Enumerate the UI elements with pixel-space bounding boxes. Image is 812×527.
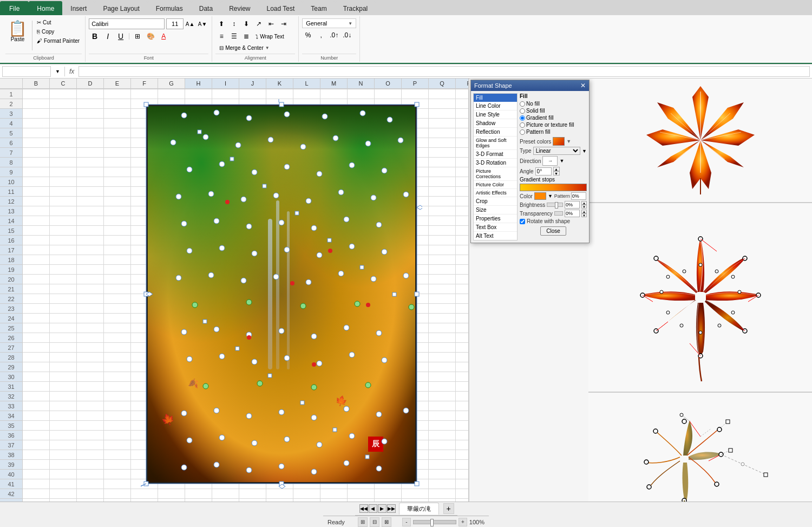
zoom-out-button[interactable]: -	[402, 518, 411, 526]
angle-down[interactable]: ▼	[553, 171, 560, 175]
row-43[interactable]: 43	[0, 499, 22, 502]
nav-last-button[interactable]: ▶▶	[387, 504, 396, 513]
row-2[interactable]: 2	[0, 99, 22, 109]
solid-fill-radio[interactable]: Solid fill	[520, 108, 587, 114]
artwork-container[interactable]: 辰 🍁 🍁 🍂	[141, 99, 422, 489]
angle-text-button[interactable]: ↗	[253, 18, 265, 29]
preset-color-picker[interactable]	[553, 137, 565, 146]
tab-review[interactable]: Review	[221, 1, 258, 15]
line-color-nav-item[interactable]: Line Color	[474, 102, 517, 110]
row-15[interactable]: 15	[0, 226, 22, 236]
tab-page-layout[interactable]: Page Layout	[95, 1, 147, 15]
alttext-nav-item[interactable]: Alt Text	[474, 232, 517, 240]
picture-color-nav-item[interactable]: Picture Color	[474, 181, 517, 189]
font-color-button[interactable]: A	[158, 31, 169, 42]
merge-center-button[interactable]: ⊟ Merge & Center ▼	[215, 43, 273, 53]
nav-next-button[interactable]: ▶	[378, 504, 387, 513]
row-29[interactable]: 29	[0, 362, 22, 372]
artwork-image[interactable]: 辰 🍁 🍁 🍂	[146, 105, 417, 484]
font-size-up-button[interactable]: A▲	[184, 18, 196, 29]
zoom-in-button[interactable]: +	[459, 518, 467, 526]
gradient-bar[interactable]	[520, 184, 587, 191]
dialog-close-button[interactable]: ✕	[580, 82, 586, 89]
align-center-button[interactable]: ☰	[228, 31, 240, 42]
row-36[interactable]: 36	[0, 431, 22, 440]
brightness-slider[interactable]	[547, 203, 563, 207]
line-style-nav-item[interactable]: Line Style	[474, 110, 517, 119]
row-20[interactable]: 20	[0, 275, 22, 284]
row-21[interactable]: 21	[0, 284, 22, 294]
brightness-down[interactable]: ▼	[581, 205, 587, 209]
col-header-H[interactable]: H	[185, 79, 212, 89]
row-11[interactable]: 11	[0, 187, 22, 197]
tab-team[interactable]: Team	[303, 1, 335, 15]
row-35[interactable]: 35	[0, 421, 22, 431]
bold-button[interactable]: B	[89, 31, 101, 42]
row-23[interactable]: 23	[0, 304, 22, 314]
align-right-button[interactable]: ≣	[240, 31, 252, 42]
shadow-nav-item[interactable]: Shadow	[474, 119, 517, 128]
textbox-nav-item[interactable]: Text Box	[474, 223, 517, 232]
tab-insert[interactable]: Insert	[62, 1, 95, 15]
col-header-N[interactable]: N	[348, 79, 375, 89]
brightness-up[interactable]: ▲	[581, 201, 587, 205]
cut-button[interactable]: ✂ Cut	[35, 18, 82, 27]
row-31[interactable]: 31	[0, 382, 22, 392]
preset-arrow[interactable]: ▼	[566, 139, 571, 144]
font-name-input[interactable]: Calibri	[89, 18, 165, 29]
row-42[interactable]: 42	[0, 489, 22, 499]
row-37[interactable]: 37	[0, 440, 22, 450]
row-3[interactable]: 3	[0, 109, 22, 119]
decrease-decimal-button[interactable]: .0↓	[341, 30, 353, 41]
border-button[interactable]: ⊞	[132, 31, 143, 42]
nav-first-button[interactable]: ◀◀	[359, 504, 368, 513]
align-middle-button[interactable]: ↕	[228, 18, 240, 29]
row-6[interactable]: 6	[0, 138, 22, 148]
crop-nav-item[interactable]: Crop	[474, 197, 517, 206]
add-sheet-button[interactable]: +	[443, 503, 454, 514]
fill-nav-item[interactable]: Fill	[474, 94, 517, 102]
format-painter-button[interactable]: 🖌 Format Painter	[35, 37, 82, 45]
row-19[interactable]: 19	[0, 265, 22, 275]
wrap-text-button[interactable]: ⤵ Wrap Text	[253, 31, 287, 42]
name-box-dropdown[interactable]: ▼	[55, 69, 60, 74]
col-header-K[interactable]: K	[266, 79, 293, 89]
color-dropdown[interactable]: ▼	[548, 193, 553, 199]
col-header-B[interactable]: B	[23, 79, 50, 89]
row-17[interactable]: 17	[0, 245, 22, 255]
col-header-D[interactable]: D	[77, 79, 104, 89]
row-12[interactable]: 12	[0, 197, 22, 206]
indent-right-button[interactable]: ⇥	[278, 18, 290, 29]
row-9[interactable]: 9	[0, 167, 22, 177]
fill-color-button[interactable]: 🎨	[145, 31, 156, 42]
grid-area[interactable]: 1 2 3 4 5 6 7 8 9 10 11 12 13 14 15 16 1…	[0, 89, 468, 502]
percent-button[interactable]: %	[302, 30, 314, 41]
row-4[interactable]: 4	[0, 119, 22, 128]
direction-dropdown[interactable]: ▼	[559, 158, 564, 164]
no-fill-radio[interactable]: No fill	[520, 101, 587, 107]
normal-view-button[interactable]: ⊞	[358, 517, 368, 527]
row-25[interactable]: 25	[0, 323, 22, 333]
angle-input[interactable]	[535, 167, 552, 175]
tab-load-test[interactable]: Load Test	[259, 1, 303, 15]
size-nav-item[interactable]: Size	[474, 206, 517, 214]
angle-up[interactable]: ▲	[553, 167, 560, 171]
row-39[interactable]: 39	[0, 460, 22, 470]
underline-button[interactable]: U	[115, 31, 127, 42]
row-7[interactable]: 7	[0, 148, 22, 158]
reflection-nav-item[interactable]: Reflection	[474, 128, 517, 136]
row-8[interactable]: 8	[0, 158, 22, 167]
page-layout-view-button[interactable]: ⊟	[370, 517, 379, 527]
comma-button[interactable]: ,	[315, 30, 327, 41]
formula-input[interactable]	[78, 66, 810, 77]
row-30[interactable]: 30	[0, 372, 22, 382]
trans-up[interactable]: ▲	[581, 210, 587, 213]
align-top-button[interactable]: ⬆	[215, 18, 227, 29]
row-18[interactable]: 18	[0, 255, 22, 265]
font-size-input[interactable]: 11	[166, 18, 184, 29]
italic-button[interactable]: I	[102, 31, 114, 42]
direction-picker[interactable]: →	[542, 156, 558, 166]
row-22[interactable]: 22	[0, 294, 22, 304]
increase-decimal-button[interactable]: .0↑	[328, 30, 340, 41]
picture-fill-radio[interactable]: Picture or texture fill	[520, 122, 587, 128]
